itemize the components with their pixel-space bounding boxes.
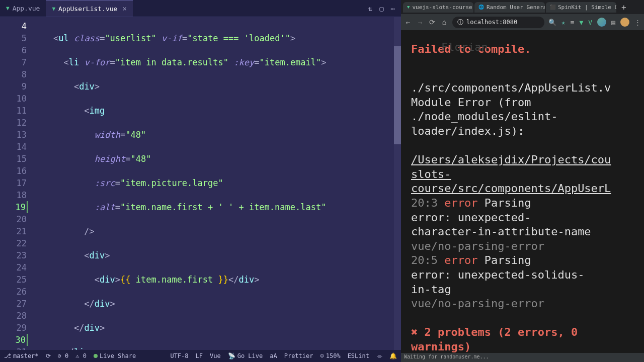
- smiley-icon: ☺: [320, 352, 324, 359]
- split-icon[interactable]: ▢: [379, 5, 383, 13]
- eslint-button[interactable]: ESLint: [348, 352, 369, 359]
- golive-button[interactable]: 📡 Go Live: [228, 352, 263, 359]
- home-button[interactable]: ⌂: [440, 18, 448, 26]
- encoding-indicator[interactable]: UTF-8: [170, 352, 188, 359]
- close-icon[interactable]: ×: [122, 5, 126, 13]
- zoom-indicator[interactable]: ☺ 150%: [320, 352, 341, 359]
- zoom-icon[interactable]: 🔍: [548, 19, 556, 26]
- tab-label: AppUserList.vue: [58, 5, 117, 13]
- vue-logo-icon: ▼: [52, 6, 55, 12]
- warnings-indicator[interactable]: ⚠ 0: [75, 352, 87, 359]
- more-icon[interactable]: ⋯: [391, 5, 395, 13]
- editor-tabs: ▼ App.vue ▼ AppUserList.vue × ⇅ ▢ ⋯: [0, 0, 401, 17]
- browser-status-bar: Waiting for randomuser.me...: [401, 353, 644, 362]
- profile-avatar[interactable]: [597, 18, 606, 27]
- language-indicator[interactable]: Vue: [210, 352, 221, 359]
- favicon-icon: 🌐: [478, 5, 484, 10]
- browser-pane: ▼ vuejs-slots-course × 🌐 Random User Gen…: [401, 0, 644, 362]
- dot-icon: [94, 354, 98, 358]
- case-button[interactable]: aA: [270, 352, 277, 359]
- reload-button[interactable]: ⟳: [428, 18, 436, 26]
- extension-icon[interactable]: ▼: [580, 19, 584, 26]
- browser-tabs: ▼ vuejs-slots-course × 🌐 Random User Gen…: [401, 0, 644, 14]
- status-bar: ⎇ master* ⟳ ⊘ 0 ⚠ 0 Live Share UTF-8 LF …: [0, 350, 401, 362]
- errors-indicator[interactable]: ⊘ 0: [58, 352, 69, 359]
- branch-icon: ⎇: [4, 352, 11, 359]
- feedback-icon[interactable]: ⌯: [376, 352, 382, 359]
- browser-tab[interactable]: 🌐 Random User Generator ×: [474, 2, 545, 13]
- vue-favicon-icon: ▼: [407, 5, 410, 10]
- user-avatar[interactable]: [620, 18, 629, 27]
- error-path: /Users/aleksejdix/Projects/cou slots- co…: [411, 153, 634, 196]
- favicon-icon: ⬛: [550, 5, 555, 10]
- menu-icon[interactable]: ⋮: [634, 19, 641, 26]
- forward-button[interactable]: →: [416, 18, 424, 26]
- back-button[interactable]: ←: [404, 18, 412, 26]
- sync-button[interactable]: ⟳: [46, 352, 51, 359]
- info-icon[interactable]: ⓘ: [457, 18, 463, 27]
- extension-icon[interactable]: V: [588, 19, 592, 26]
- browser-toolbar: ← → ⟳ ⌂ ⓘ localhost:8080 🔍 ★ ≡ ▼ V ▤ ⋮: [401, 14, 644, 30]
- minimap[interactable]: [394, 17, 401, 350]
- error-summary: ✖ 2 problems (2 errors, 0 warnings): [411, 325, 634, 353]
- tab-label: Random User Generator: [487, 4, 545, 11]
- tab-app-vue[interactable]: ▼ App.vue: [0, 0, 46, 17]
- browser-tab[interactable]: ⬛ SpinKit | Simple CSS Sp ×: [546, 2, 616, 13]
- liveshare-button[interactable]: Live Share: [94, 352, 136, 359]
- editor-pane: ▼ App.vue ▼ AppUserList.vue × ⇅ ▢ ⋯ 4 5 …: [0, 0, 401, 362]
- compare-icon[interactable]: ⇅: [368, 5, 372, 13]
- tab-label: vuejs-slots-course: [412, 4, 472, 11]
- new-tab-button[interactable]: +: [617, 3, 630, 12]
- star-icon[interactable]: ★: [561, 19, 566, 26]
- address-bar[interactable]: ⓘ localhost:8080: [452, 17, 544, 28]
- minimap-thumb[interactable]: [394, 46, 401, 144]
- ghost-text: Florian: [441, 40, 488, 55]
- vue-logo-icon: ▼: [6, 5, 10, 12]
- branch-indicator[interactable]: ⎇ master*: [4, 352, 39, 359]
- code-content[interactable]: <ul class="userlist" v-if="state === 'lo…: [33, 17, 401, 350]
- error-body: ./src/components/AppUserList.v Module Er…: [411, 81, 634, 353]
- eol-indicator[interactable]: LF: [196, 352, 203, 359]
- url-text: localhost:8080: [466, 19, 517, 26]
- line-gutter: 4 5 6 7 8 9 10 11 12 13 14 15 16 17 18 1…: [0, 17, 33, 350]
- browser-tab[interactable]: ▼ vuejs-slots-course ×: [403, 2, 473, 13]
- tab-actions: ⇅ ▢ ⋯: [368, 5, 401, 13]
- prettier-button[interactable]: Prettier: [284, 352, 313, 359]
- browser-content: Florian Failed to compile. ./src/compone…: [401, 30, 644, 353]
- bell-icon[interactable]: 🔔: [389, 352, 397, 359]
- tab-appuserlist-vue[interactable]: ▼ AppUserList.vue ×: [46, 0, 132, 17]
- code-area[interactable]: 4 5 6 7 8 9 10 11 12 13 14 15 16 17 18 1…: [0, 17, 401, 350]
- extension-icon[interactable]: ≡: [571, 19, 575, 26]
- tab-label: App.vue: [13, 5, 40, 12]
- bookmark-icon[interactable]: ▤: [611, 19, 615, 26]
- broadcast-icon: 📡: [228, 352, 235, 359]
- toolbar-icons: 🔍 ★ ≡ ▼ V ▤ ⋮: [548, 18, 641, 27]
- tab-label: SpinKit | Simple CSS Sp: [558, 4, 616, 11]
